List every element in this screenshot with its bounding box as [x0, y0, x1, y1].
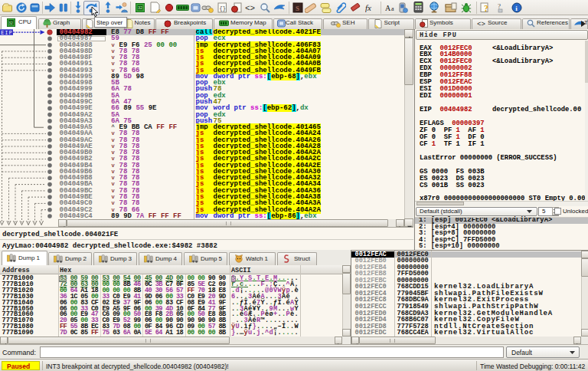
svg-text:EIP: EIP: [1, 31, 12, 36]
svg-text:32: 32: [8, 21, 13, 25]
svg-text:32: 32: [138, 5, 142, 10]
svg-text:<>: <>: [245, 4, 255, 13]
svg-text:A: A: [385, 4, 391, 12]
svg-text:{}: {}: [220, 5, 226, 11]
svg-text:?: ?: [498, 2, 501, 10]
svg-text:<>: <>: [477, 21, 485, 28]
svg-text:a: a: [391, 5, 394, 12]
svg-text:fx: fx: [365, 3, 371, 12]
svg-text:?: ?: [484, 3, 488, 14]
svg-text:S: S: [296, 5, 299, 12]
